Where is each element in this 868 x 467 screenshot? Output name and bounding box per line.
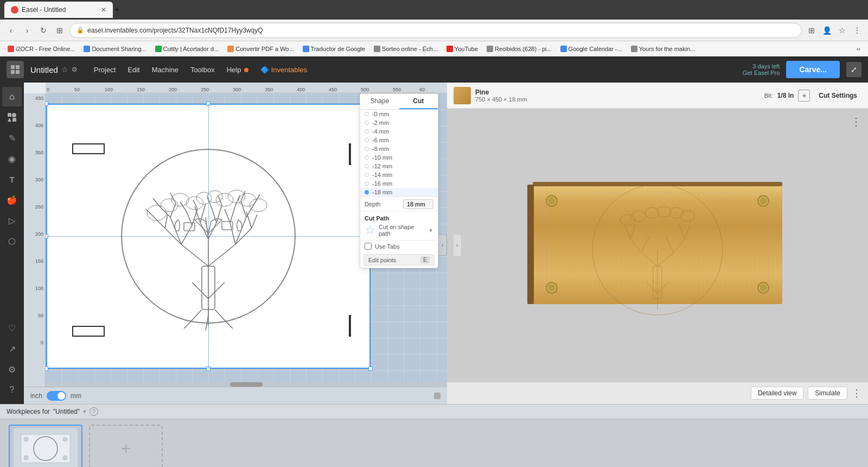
profile-button[interactable]: 👤 xyxy=(820,24,833,37)
bookmark-translate[interactable]: Traductor de Google xyxy=(299,45,368,53)
get-easel-pro[interactable]: 3 days left Get Easel Pro xyxy=(743,63,780,76)
bookmark-button[interactable]: ☆ xyxy=(835,24,848,37)
edit-points-button[interactable]: Edit points E xyxy=(363,254,435,266)
bookmark-youtube[interactable]: YouTube xyxy=(443,45,481,53)
bookmark-cuttly[interactable]: Cuttly | Acortador d... xyxy=(152,45,222,53)
sidebar-icon-fruit[interactable]: 🍎 xyxy=(2,190,22,210)
preview-menu-button[interactable]: ⋮ xyxy=(851,115,861,128)
menu-project[interactable]: Project xyxy=(88,64,121,76)
workpiece-1[interactable] xyxy=(9,425,82,467)
bookmark-sorteo[interactable]: Sorteo online - Éch... xyxy=(371,45,441,53)
sidebar-icon-heart[interactable]: ♡ xyxy=(2,318,22,338)
depth-option-9[interactable]: -18 mm xyxy=(360,188,438,197)
bit-label: Bit: xyxy=(764,92,773,99)
home-canvas-button[interactable] xyxy=(434,393,441,399)
svg-rect-1 xyxy=(16,65,20,69)
svg-rect-27 xyxy=(533,182,782,186)
depth-input[interactable] xyxy=(403,199,433,209)
menu-inventables[interactable]: 🔷 Inventables xyxy=(255,64,312,76)
rect-tr[interactable] xyxy=(349,143,351,165)
depth-option-6[interactable]: -12 mm xyxy=(360,162,438,171)
cut-settings-button[interactable]: Cut Settings xyxy=(814,90,861,102)
depth-option-1[interactable]: -2 mm xyxy=(360,118,438,127)
tab-cut[interactable]: Cut xyxy=(399,94,438,109)
sidebar-icon-help[interactable]: ? xyxy=(2,380,22,400)
home-button[interactable]: ⊞ xyxy=(53,24,66,37)
menu-machine[interactable]: Machine xyxy=(146,64,184,76)
address-bar[interactable]: 🔒 easel.inventables.com/projects/32TNax1… xyxy=(69,23,802,38)
depth-option-3[interactable]: -6 mm xyxy=(360,136,438,144)
extensions-button[interactable]: ⊞ xyxy=(805,24,818,37)
design-canvas[interactable] xyxy=(46,103,371,369)
sidebar-icon-target[interactable]: ◉ xyxy=(2,149,22,168)
add-workpiece-button[interactable]: + xyxy=(89,425,163,467)
rect-br[interactable] xyxy=(349,315,351,337)
menu-toolbox[interactable]: Toolbox xyxy=(185,64,220,76)
depth-radio xyxy=(365,121,369,125)
sidebar-icon-edit[interactable]: ✎ xyxy=(2,128,22,148)
bookmark-gcal[interactable]: Google Calendar -... xyxy=(557,45,626,53)
selection-handle-br[interactable] xyxy=(368,367,373,371)
depth-option-0[interactable]: -0 mm xyxy=(360,110,438,118)
bookmark-more[interactable]: ›› xyxy=(853,45,864,53)
depth-option-7[interactable]: -14 mm xyxy=(360,171,438,179)
cut-path-section: Cut Path ☆ Cut on shape path ▼ xyxy=(360,211,438,240)
rect-tl[interactable] xyxy=(72,143,105,154)
cut-path-option-text: Cut on shape path xyxy=(379,224,425,237)
carve-button[interactable]: Carve... xyxy=(786,61,840,78)
bookmark-inventables[interactable]: Yours for the makin... xyxy=(628,45,699,53)
bookmark-gmail[interactable]: Recibidos (628) - pi... xyxy=(483,45,555,53)
sidebar-icon-shapes[interactable] xyxy=(2,108,22,127)
menu-edit[interactable]: Edit xyxy=(122,64,145,76)
workpieces-chevron-icon[interactable]: ▾ xyxy=(83,408,86,415)
forward-button[interactable]: › xyxy=(21,24,34,37)
navigation-bar: ‹ › ↻ ⊞ 🔒 easel.inventables.com/projects… xyxy=(0,20,868,41)
sidebar-icon-arrow[interactable]: ▷ xyxy=(2,211,22,230)
expand-button[interactable]: ⤢ xyxy=(846,62,861,77)
get-pro-link[interactable]: Get Easel Pro xyxy=(743,70,780,76)
simulate-button[interactable]: Simulate xyxy=(808,387,847,400)
tab-close-button[interactable]: ✕ xyxy=(101,6,106,14)
title-settings-icon[interactable]: ⚙ xyxy=(72,66,78,73)
more-button[interactable]: ⋮ xyxy=(851,24,864,37)
bookmark-docsharing[interactable]: Document Sharing... xyxy=(80,45,149,53)
sidebar-icon-export[interactable]: ↗ xyxy=(2,339,22,358)
days-left-text: 3 days left xyxy=(743,63,780,70)
selection-handle-tl[interactable] xyxy=(46,102,48,106)
title-star-icon[interactable]: ☆ xyxy=(61,65,68,74)
sidebar-icon-text[interactable]: T xyxy=(2,169,22,189)
tab-shape[interactable]: Shape xyxy=(360,94,399,109)
depth-option-5[interactable]: -10 mm xyxy=(360,153,438,162)
active-tab[interactable]: Easel - Untitled ✕ xyxy=(4,2,113,18)
sidebar-icon-settings[interactable]: ⚙ xyxy=(2,359,22,379)
cut-path-option[interactable]: ☆ Cut on shape path ▼ xyxy=(365,224,433,237)
canvas-collapse-button[interactable]: › xyxy=(438,234,447,256)
detailed-view-button[interactable]: Detailed view xyxy=(751,387,803,400)
depth-option-2[interactable]: -4 mm xyxy=(360,127,438,136)
back-button[interactable]: ‹ xyxy=(4,24,17,37)
sidebar-icon-home[interactable]: ⌂ xyxy=(2,87,22,106)
tab-bar: Easel - Untitled ✕ + xyxy=(0,0,868,20)
depth-option-8[interactable]: -16 mm xyxy=(360,179,438,188)
workpiece-1-svg xyxy=(18,432,73,465)
menu-help[interactable]: Help xyxy=(221,64,254,76)
depth-radio xyxy=(365,164,369,168)
workpieces-help-icon[interactable]: ? xyxy=(90,407,98,416)
new-tab-button[interactable]: + xyxy=(115,6,119,14)
preview-collapse-button[interactable]: ‹ xyxy=(454,235,461,256)
material-dimensions: 750 × 450 × 18 mm xyxy=(475,96,527,103)
add-bit-button[interactable]: + xyxy=(798,90,810,102)
sidebar-icon-3d[interactable]: ⬡ xyxy=(2,231,22,251)
use-tabs-checkbox[interactable] xyxy=(365,243,372,250)
selection-handle-bl[interactable] xyxy=(46,367,48,371)
reload-button[interactable]: ↻ xyxy=(37,24,50,37)
rect-bl[interactable] xyxy=(72,326,105,337)
bookmark-favicon xyxy=(227,46,234,52)
scrollbar-thumb[interactable] xyxy=(230,382,263,387)
unit-toggle-switch[interactable] xyxy=(47,391,66,401)
scrollbar-horizontal[interactable] xyxy=(46,382,447,387)
preview-more-button[interactable]: ⋮ xyxy=(852,387,861,399)
bookmark-pdf[interactable]: Convertir PDF a Wo... xyxy=(224,45,297,53)
bookmark-i2ocr[interactable]: i2OCR - Free Online... xyxy=(4,45,78,53)
depth-option-4[interactable]: -8 mm xyxy=(360,144,438,153)
